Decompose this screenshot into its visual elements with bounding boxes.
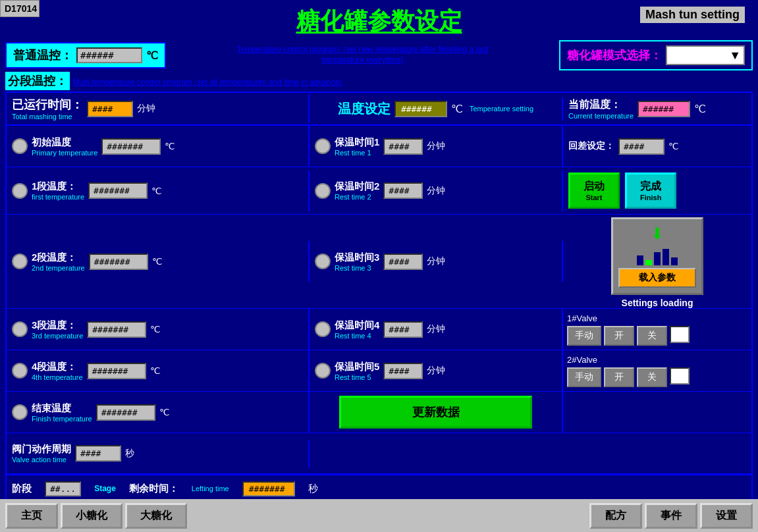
row-2-en: 2nd temperature	[32, 264, 85, 272]
putong-temp-input[interactable]: ######	[76, 47, 142, 63]
row-0-temp[interactable]: #######	[101, 138, 161, 155]
rest-4-cn: 保温时间5	[335, 361, 379, 373]
current-temp-value[interactable]: ######	[637, 101, 690, 117]
rest-2-en: Rest time 3	[335, 264, 379, 272]
valve2-on-button[interactable]: 开	[604, 367, 634, 387]
update-data-button[interactable]: 更新数据	[339, 396, 533, 429]
temp-control-desc: Temperature control program: (set new te…	[173, 45, 553, 65]
stage-cn: 阶段	[12, 483, 32, 495]
valve1-controls: 手动 开 关	[567, 326, 747, 346]
putong-box: 普通温控： ###### ℃	[5, 42, 166, 68]
sh-middle: 温度设定 ###### ℃ Temperature setting	[310, 97, 563, 120]
row-3-unit: ℃	[150, 324, 161, 334]
stage-value[interactable]: ##...	[45, 481, 81, 496]
radio-rest-1[interactable]	[315, 183, 331, 199]
huicha-value[interactable]: ####	[618, 138, 664, 155]
putong-label: 普通温控：	[13, 47, 72, 63]
home-button[interactable]: 主页	[5, 503, 58, 529]
content-area: 已运行时间： Total mashing time #### 分钟 温度设定 #…	[5, 92, 753, 503]
stage-row: 阶段 ##... Stage 剩余时间： Lefting time ######…	[7, 474, 751, 502]
data-row-3: 3段温度： 3rd temperature ####### ℃ 保温时间4 Re…	[7, 309, 751, 350]
valve2-controls: 手动 开 关	[567, 367, 747, 387]
radio-3[interactable]	[12, 321, 28, 337]
row-1-en: first temperature	[32, 193, 84, 201]
setting-button[interactable]: 设置	[700, 503, 753, 529]
xiaotanghua-button[interactable]: 小糖化	[61, 503, 122, 529]
remaining-value[interactable]: #######	[242, 481, 295, 496]
recipes-button[interactable]: 配方	[589, 503, 642, 529]
valve2-off-button[interactable]: 关	[637, 367, 667, 387]
row-2-temp[interactable]: #######	[89, 253, 148, 270]
valve1-indicator	[670, 326, 690, 343]
radio-rest-2[interactable]	[315, 253, 331, 269]
settings-load-button[interactable]: 载入参数	[618, 268, 696, 288]
row-3-cn: 3段温度：	[32, 319, 83, 332]
row-0-en: Primary temperature	[32, 149, 97, 157]
fenduan-title: 分段温控：	[5, 72, 70, 90]
radio-finish[interactable]	[12, 404, 28, 420]
rest-1-cn: 保温时间2	[335, 180, 379, 193]
mode-select-box: 糖化罐模式选择： ▼	[559, 40, 753, 70]
radio-rest-3[interactable]	[315, 321, 331, 337]
rest-2-unit: 分钟	[427, 255, 445, 267]
remaining-cn: 剩余时间：	[129, 483, 178, 495]
valve-action-cn: 阀门动作周期	[12, 443, 71, 456]
valve2-manual-button[interactable]: 手动	[567, 367, 601, 387]
rest-0-en: Rest time 1	[335, 149, 379, 157]
row-1-temp[interactable]: #######	[88, 182, 148, 199]
bar-3	[654, 252, 661, 265]
radio-0[interactable]	[12, 138, 28, 154]
start-button[interactable]: 启动 Start	[568, 173, 620, 209]
rest-4-value[interactable]: ####	[383, 363, 423, 379]
settings-loading-box[interactable]: ⬇ 载入参数	[611, 217, 703, 295]
radio-rest-4[interactable]	[315, 363, 331, 379]
bar-4	[663, 249, 669, 265]
row-0-unit: ℃	[165, 141, 175, 151]
datanghua-button[interactable]: 大糖化	[125, 503, 187, 529]
row-3-temp[interactable]: #######	[87, 321, 146, 338]
row-4-unit: ℃	[150, 365, 161, 376]
putong-unit: ℃	[146, 49, 158, 62]
valve1-label: 1#Valve	[567, 313, 747, 323]
running-time-value[interactable]: ####	[87, 101, 133, 117]
page-title-chinese: 糖化罐参数设定	[296, 5, 462, 38]
data-row-4: 4段温度： 4th temperature ####### ℃ 保温时间5 Re…	[7, 350, 751, 392]
mode-label: 糖化罐模式选择：	[567, 47, 662, 63]
radio-1[interactable]	[12, 183, 28, 199]
row-2-unit: ℃	[152, 256, 163, 267]
row-4-temp[interactable]: #######	[87, 363, 146, 379]
radio-rest-0[interactable]	[315, 138, 331, 154]
bar-2	[645, 260, 652, 265]
valve2-indicator	[670, 367, 690, 385]
valve1-off-button[interactable]: 关	[637, 326, 667, 346]
data-row-0: 初始温度 Primary temperature ####### ℃ 保温时间1…	[7, 126, 751, 167]
rest-4-en: Rest time 5	[335, 373, 379, 381]
temp-setting-value[interactable]: ######	[394, 101, 447, 117]
data-row-1: 1段温度： first temperature ####### ℃ 保温时间2 …	[7, 167, 751, 215]
chevron-down-icon: ▼	[729, 49, 741, 63]
rest-3-value[interactable]: ####	[383, 321, 423, 338]
row-0-cn: 初始温度	[32, 136, 97, 149]
rest-2-value[interactable]: ####	[383, 253, 423, 270]
rest-0-unit: 分钟	[427, 140, 445, 152]
data-row-2: 2段温度： 2nd temperature ####### ℃ 保温时间3 Re…	[7, 215, 751, 309]
rest-1-value[interactable]: ####	[383, 182, 423, 199]
radio-4[interactable]	[12, 363, 28, 379]
valve1-on-button[interactable]: 开	[604, 326, 634, 346]
finish-button[interactable]: 完成 Finish	[625, 173, 676, 209]
valve-action-value[interactable]: ####	[75, 445, 121, 462]
row-4-cn: 4段温度：	[32, 361, 83, 373]
remaining-unit: 秒	[308, 483, 318, 495]
blog-button[interactable]: 事件	[645, 503, 697, 529]
temp-setting-cn: 温度设定	[338, 100, 391, 118]
current-temp-unit: ℃	[694, 103, 706, 115]
rest-0-value[interactable]: ####	[383, 138, 423, 155]
running-time-cn: 已运行时间：	[12, 97, 83, 113]
download-icon: ⬇	[651, 225, 664, 243]
valve1-manual-button[interactable]: 手动	[567, 326, 601, 346]
sh-left: 已运行时间： Total mashing time #### 分钟	[7, 94, 310, 123]
radio-2[interactable]	[12, 253, 28, 269]
finish-temp-value[interactable]: #######	[96, 404, 155, 421]
mode-dropdown[interactable]: ▼	[666, 45, 745, 65]
top-section: 普通温控： ###### ℃ Temperature control progr…	[5, 40, 753, 70]
